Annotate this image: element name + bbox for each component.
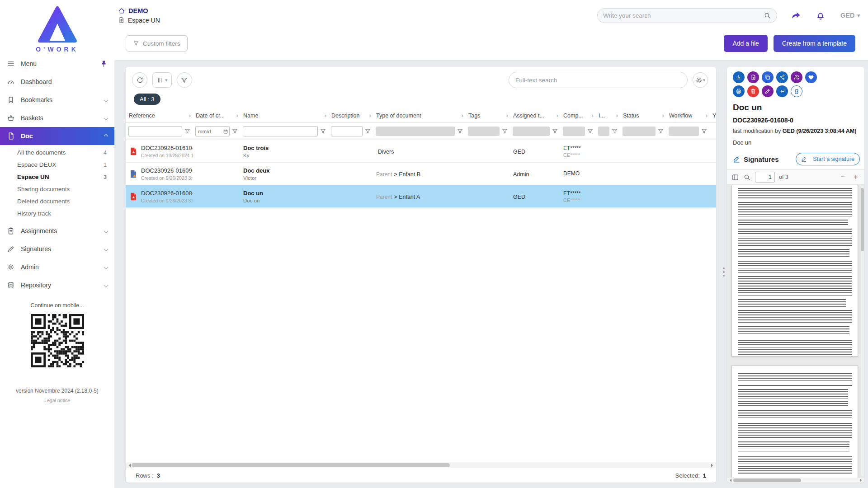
sidebar-item-assignments[interactable]: Assignments [0,222,114,240]
scroll-left-arrow-icon[interactable] [127,464,131,467]
column-header-reference[interactable]: Reference [126,108,193,122]
table-row-selected[interactable]: DOC230926-01608-0 Created on 9/26/2023 3… [126,185,716,208]
funnel-icon[interactable] [701,128,708,135]
pdf-vertical-scrollbar[interactable] [861,186,864,476]
search-icon[interactable] [743,174,751,181]
edit-button[interactable] [762,85,774,97]
column-header-type[interactable]: Type of document [373,108,465,122]
funnel-icon[interactable] [587,128,594,135]
create-from-template-button[interactable]: Create from a template [774,35,855,52]
sidebar-item-bookmarks[interactable]: Bookmarks [0,91,114,109]
sidebar-item-dashboard[interactable]: Dashboard [0,73,114,91]
scroll-right-arrow-icon[interactable] [711,464,715,467]
column-header-i[interactable]: I... [595,108,620,122]
sidebar-item-signatures[interactable]: Signatures [0,240,114,258]
filter-type-select[interactable] [376,127,455,136]
refresh-button[interactable] [132,72,147,88]
permissions-button[interactable] [791,71,802,83]
print-button[interactable] [733,85,745,97]
column-header-name[interactable]: Name [240,108,328,122]
scrollbar-thumb[interactable] [861,188,864,251]
notifications-bell-icon[interactable] [815,10,826,21]
legal-notice-link[interactable]: Legal notice [0,398,114,403]
fulltext-search-input[interactable] [515,77,681,84]
column-header-workflow[interactable]: Workflow [666,108,709,122]
scrollbar-thumb[interactable] [733,479,801,482]
search-icon[interactable] [764,12,771,19]
sidebar-item-all-documents[interactable]: All the documents 4 [0,146,114,159]
funnel-icon[interactable] [657,128,664,135]
funnel-icon[interactable] [184,128,191,135]
filter-company-select[interactable] [563,127,585,136]
calendar-icon[interactable] [223,129,228,134]
table-settings-button[interactable] [693,72,708,88]
sidebar-item-doc[interactable]: Doc [0,127,114,145]
filter-name-input[interactable] [243,126,318,136]
add-file-button[interactable]: Add a file [724,35,767,52]
pdf-horizontal-scrollbar[interactable] [727,478,864,483]
funnel-icon[interactable] [457,128,463,135]
user-menu[interactable]: GED [840,12,860,19]
sidebar-item-menu[interactable]: Menu [0,55,114,73]
filter-description-input[interactable] [331,126,363,136]
toggle-sidebar-icon[interactable] [731,174,739,181]
start-signature-button[interactable]: Start a signature [796,153,860,165]
page-number-input[interactable] [755,172,775,183]
column-header-description[interactable]: Description [328,108,373,122]
certify-button[interactable] [791,85,802,97]
filter-tags-select[interactable] [468,127,500,136]
panel-resize-handle[interactable] [723,267,725,277]
sidebar-item-espace-deux[interactable]: Espace DEUX 1 [0,159,114,171]
custom-filters-button[interactable]: Custom filters [126,35,188,52]
column-header-tags[interactable]: Tags [465,108,510,122]
share-button[interactable] [776,71,788,83]
funnel-icon[interactable] [364,128,371,135]
share-icon[interactable] [791,10,802,21]
zoom-out-button[interactable] [839,173,847,181]
table-horizontal-scrollbar[interactable] [126,462,716,468]
sidebar-item-history-track[interactable]: History track [0,207,114,220]
funnel-icon[interactable] [231,128,238,135]
breadcrumb-home[interactable]: DEMO [118,7,160,14]
filter-assigned-select[interactable] [513,127,550,136]
table-row[interactable]: DOC230926-01610-3 Created on 10/28/2024 … [126,140,716,163]
sidebar-item-admin[interactable]: Admin [0,258,114,276]
scrollbar-thumb[interactable] [132,463,450,467]
filters-button[interactable] [177,72,192,88]
filter-reference-input[interactable] [128,126,182,136]
column-header-y[interactable]: Y... [709,109,716,122]
global-search-input[interactable] [603,12,764,19]
export-file-button[interactable] [747,71,759,83]
sidebar-item-baskets[interactable]: Baskets [0,109,114,127]
breadcrumb-space[interactable]: Espace UN [118,17,160,24]
row-type-group: Parent [376,171,392,178]
column-header-company[interactable]: Comp... [560,108,595,122]
zoom-in-button[interactable] [852,173,860,181]
download-button[interactable] [733,71,745,83]
column-header-status[interactable]: Status [620,108,666,122]
funnel-icon[interactable] [611,128,618,135]
favorite-button[interactable] [805,71,817,83]
column-header-date[interactable]: Date of cr... [193,108,240,122]
pin-icon[interactable] [100,60,108,68]
funnel-icon[interactable] [501,128,508,135]
sidebar-item-espace-un[interactable]: Espace UN 3 [0,171,114,183]
sidebar-item-sharing-documents[interactable]: Sharing documents [0,183,114,195]
scroll-right-arrow-icon[interactable] [860,479,863,482]
duplicate-button[interactable] [762,71,774,83]
sidebar-item-repository[interactable]: Repository [0,276,114,294]
column-header-assigned[interactable]: Assigned t... [510,108,560,122]
columns-button[interactable] [152,72,172,88]
sidebar-item-deleted-documents[interactable]: Deleted documents [0,195,114,207]
delete-button[interactable] [747,85,759,97]
pdf-viewer[interactable] [727,185,864,483]
scroll-left-arrow-icon[interactable] [728,479,731,482]
workflow-return-button[interactable] [776,85,788,97]
tab-all-documents[interactable]: All : 3 [134,94,160,105]
filter-status-select[interactable] [623,127,656,136]
funnel-icon[interactable] [552,128,558,135]
funnel-icon[interactable] [320,128,326,135]
filter-i-select[interactable] [598,127,609,136]
table-row[interactable]: DOC230926-01609-0 Created on 9/26/2023 3… [126,163,716,185]
filter-workflow-select[interactable] [669,127,699,136]
